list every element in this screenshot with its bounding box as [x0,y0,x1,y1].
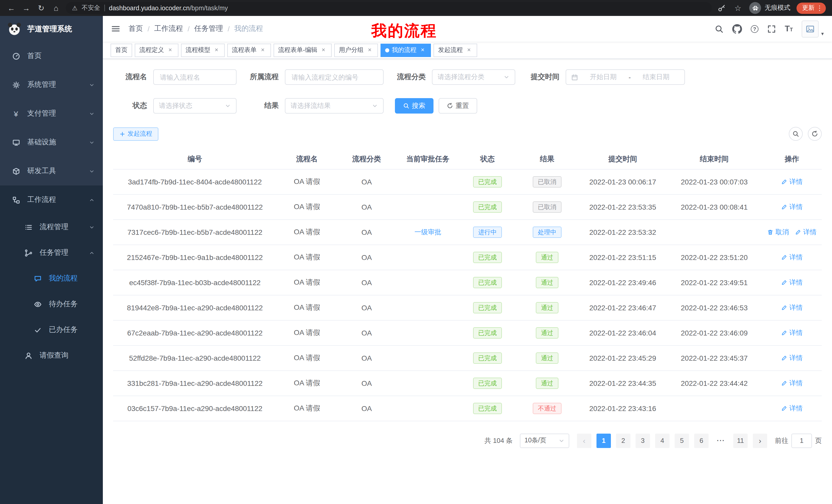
sidebar-item-leave-query[interactable]: 请假查询 [0,343,103,368]
status-select[interactable]: 请选择状态 [153,98,237,114]
sidebar-item-label: 请假查询 [40,351,69,360]
app-logo[interactable]: 芋道管理系统 [0,16,103,41]
detail-link[interactable]: 详情 [781,202,803,212]
tab-process-form[interactable]: 流程表单× [227,44,271,57]
detail-link[interactable]: 详情 [781,177,803,186]
browser-menu-icon[interactable]: ⋮ [816,4,823,12]
process-category-select[interactable]: 请选择流程分类 [432,69,515,85]
tab-home[interactable]: 首页 [110,44,132,57]
detail-link[interactable]: 详情 [795,227,816,236]
tab-user-group[interactable]: 用户分组× [334,44,378,57]
refresh-button[interactable] [808,127,822,141]
toggle-search-button[interactable] [789,127,803,141]
sidebar-item-workflow[interactable]: 工作流程 [0,186,103,214]
user-icon [23,352,34,359]
close-icon[interactable]: × [465,47,473,54]
page-button-11[interactable]: 11 [733,433,748,448]
sidebar-item-process-mgmt[interactable]: 流程管理 [0,214,103,240]
github-icon[interactable] [732,24,742,34]
sidebar-item-payment-mgmt[interactable]: ¥ 支付管理 [0,99,103,128]
edit-icon [795,229,801,235]
detail-link[interactable]: 详情 [781,403,803,413]
cell-id: 7317cec6-7b9b-11ec-b5b7-acde48001122 [113,219,277,245]
browser-forward-icon[interactable]: → [21,4,31,12]
chevron-down-icon [89,224,95,230]
page-button-2[interactable]: 2 [616,433,630,448]
main-area: 首页 / 工作流程 / 任务管理 / 我的流程 ? TT ▾ [103,16,832,504]
close-icon[interactable]: × [259,47,266,54]
prev-page-button[interactable]: ‹ [577,433,591,448]
sidebar-item-infrastructure[interactable]: 基础设施 [0,128,103,157]
close-icon[interactable]: × [419,47,426,54]
sidebar-item-my-process[interactable]: 我的流程 [0,265,103,291]
process-definition-input[interactable] [285,69,384,85]
detail-link[interactable]: 详情 [781,328,803,337]
help-icon[interactable]: ? [751,25,758,33]
breadcrumb-home[interactable]: 首页 [129,24,143,33]
chevron-up-icon [89,250,95,256]
sidebar-item-task-mgmt[interactable]: 任务管理 [0,240,103,265]
sidebar-item-dev-tools[interactable]: 研发工具 [0,157,103,186]
page-button-5[interactable]: 5 [675,433,689,448]
font-size-icon[interactable]: TT [785,25,793,33]
tab-my-process[interactable]: 我的流程× [381,44,431,57]
breadcrumb-task-mgmt[interactable]: 任务管理 [194,24,223,33]
page-size-select[interactable]: 10条/页 [520,433,569,448]
browser-back-icon[interactable]: ← [6,4,17,12]
next-page-button[interactable]: › [753,433,767,448]
close-icon[interactable]: × [213,47,220,54]
page-button-1[interactable]: 1 [597,433,611,448]
reset-button[interactable]: 重置 [439,98,477,114]
detail-link[interactable]: 详情 [781,253,803,262]
bookmark-star-icon[interactable]: ☆ [733,4,743,12]
tab-start-process[interactable]: 发起流程× [434,44,477,57]
fullscreen-icon[interactable] [767,24,776,33]
sidebar-item-todo-tasks[interactable]: 待办任务 [0,291,103,317]
edit-icon [781,204,787,210]
cancel-link[interactable]: 取消 [767,227,789,236]
cell-name: OA 请假 [277,194,337,219]
sidebar-toggle-button[interactable] [111,24,120,33]
detail-link[interactable]: 详情 [781,379,803,388]
caret-down-icon: ▾ [821,31,824,36]
result-select[interactable]: 请选择流结果 [285,98,384,114]
key-icon[interactable] [716,4,727,12]
security-warning-icon: ⚠ [72,5,78,11]
submit-time-range-picker[interactable]: 开始日期 - 结束日期 [566,69,685,85]
current-task-link[interactable]: 一级审批 [414,227,441,236]
sidebar-item-system-mgmt[interactable]: 系统管理 [0,71,103,99]
tab-process-model[interactable]: 流程模型× [181,44,225,57]
browser-reload-icon[interactable]: ↻ [36,4,46,12]
start-date-placeholder: 开始日期 [580,73,627,82]
security-label[interactable]: 不安全 [82,4,100,12]
close-icon[interactable]: × [320,47,327,54]
detail-link[interactable]: 详情 [781,278,803,287]
chevron-up-icon [89,197,95,203]
browser-update-button[interactable]: 更新 ⋮ [797,2,826,13]
address-bar[interactable]: ⚠ 不安全 dashboard.yudao.iocoder.cn/bpm/tas… [66,2,712,14]
more-pages-button[interactable]: ··· [714,433,728,448]
page-button-4[interactable]: 4 [655,433,670,448]
search-icon[interactable] [715,24,724,33]
process-name-input[interactable] [153,69,237,85]
close-icon[interactable]: × [166,47,174,54]
avatar[interactable] [802,20,818,37]
detail-link[interactable]: 详情 [781,353,803,362]
monitor-icon [10,138,22,146]
sidebar-item-home[interactable]: 首页 [0,41,103,71]
close-icon[interactable]: × [366,47,373,54]
cell-actions: 详情 [762,396,822,421]
page-button-3[interactable]: 3 [635,433,650,448]
browser-home-icon[interactable]: ⌂ [51,4,61,12]
sidebar-item-done-tasks[interactable]: 已办任务 [0,317,103,343]
chevron-down-icon [558,438,565,444]
goto-page-input[interactable] [791,433,812,448]
search-button[interactable]: 搜索 [395,98,434,114]
create-process-button[interactable]: 发起流程 [113,127,158,141]
tab-process-form-edit[interactable]: 流程表单-编辑× [274,44,332,57]
user-menu[interactable]: ▾ [802,20,824,37]
detail-link[interactable]: 详情 [781,303,803,312]
page-button-6[interactable]: 6 [694,433,709,448]
breadcrumb-workflow[interactable]: 工作流程 [154,24,183,33]
tab-process-definition[interactable]: 流程定义× [135,44,178,57]
